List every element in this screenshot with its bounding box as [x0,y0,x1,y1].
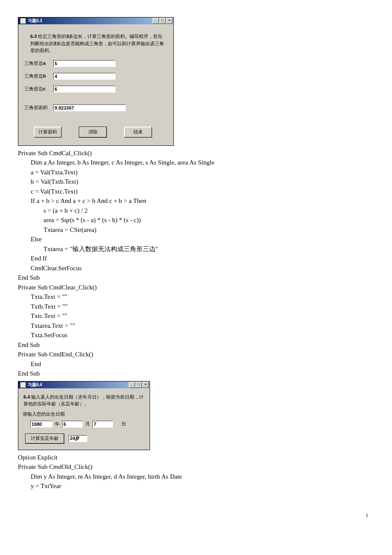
input-month[interactable]: 6 [62,421,83,428]
input-side-a[interactable]: 5 [53,60,115,67]
calc-age-button[interactable]: 计算实足年龄 [25,434,64,444]
label-day: 日 [121,421,126,427]
output-age: 24岁 [69,435,87,442]
window-title: 习题6.3 [28,18,42,24]
app-icon [20,382,26,388]
code-block-63: Private Sub CmdCal_Click() Dim a As Inte… [18,148,374,379]
maximize-icon[interactable]: □ [135,382,142,388]
clear-button[interactable]: 清除 [79,127,107,138]
input-side-c[interactable]: 6 [53,86,115,92]
output-area: 9.921567 [53,104,126,111]
vb-window-6-4: 习题6.4 _ □ × 6.4 输入某人的出生日期（含年月日），根据当前日期，计… [18,381,150,450]
problem-description-64: 6.4 输入某人的出生日期（含年月日），根据当前日期，计算他的实际年龄（实足年龄… [23,393,144,408]
label-year: 年 [55,421,60,427]
close-icon[interactable]: × [166,18,173,24]
title-bar-64: 习题6.4 _ □ × [18,382,150,388]
problem-description: 6.3 给定三角形的3条边长，计算三角形的面积。编写程序，首先判断给出的3条边是… [30,33,165,54]
minimize-icon[interactable]: _ [129,382,135,388]
close-icon[interactable]: × [142,382,149,388]
maximize-icon[interactable]: □ [159,18,166,24]
title-bar: 习题6.3 _ □ × [18,17,173,24]
window-title-64: 习题6.4 [28,382,42,388]
input-year[interactable]: 1980 [30,421,52,428]
calc-button[interactable]: 计算面积 [34,127,62,138]
label-area: 三角形面积 [24,104,53,111]
page-number: 1 [18,512,374,519]
label-month: 月 [85,421,90,427]
minimize-icon[interactable]: _ [153,18,159,24]
vb-window-6-3: 习题6.3 _ □ × 6.3 给定三角形的3条边长，计算三角形的面积。编写程序… [18,17,174,146]
label-side-c: 三角形边c [24,86,53,92]
code-block-64: Option Explicit Private Sub CmdOld_Click… [18,453,374,491]
label-side-b: 三角形边b [24,73,53,79]
app-icon [20,18,26,24]
label-side-a: 三角形边a [24,60,53,66]
input-day[interactable]: 7 [92,421,113,428]
prompt-label: 请输入您的出生日期 [23,411,145,417]
input-side-b[interactable]: 4 [53,73,115,80]
end-button[interactable]: 结束 [124,127,152,138]
